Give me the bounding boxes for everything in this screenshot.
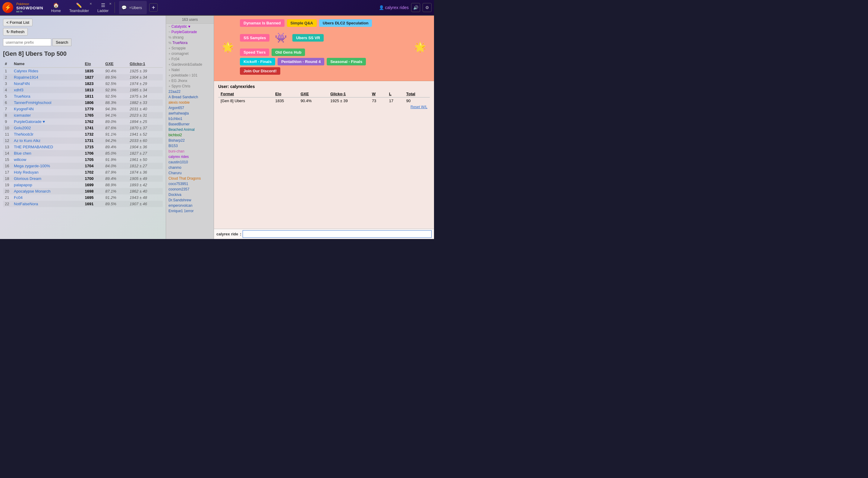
ubers-dlc2-banner[interactable]: Ubers DLC2 Speculation <box>319 19 372 27</box>
user-item[interactable]: Bl153 <box>166 143 214 149</box>
username-link[interactable]: 👤 calyrex rides <box>379 5 409 10</box>
user-item[interactable]: % shrang <box>166 35 214 40</box>
user-item[interactable]: Cloud That Dragons <box>166 176 214 181</box>
ladder-close-icon[interactable]: ✕ <box>109 2 112 5</box>
name-cell[interactable]: Mega zygarde-100% <box>12 163 83 169</box>
name-cell[interactable]: Holy Reduyan <box>12 169 83 176</box>
elo-cell: 1706 <box>83 150 103 156</box>
user-item[interactable]: coonom2357 <box>166 187 214 192</box>
name-cell[interactable]: Ropalme1914 <box>12 74 83 81</box>
name-cell[interactable]: NotFalseNora <box>12 201 83 207</box>
user-item[interactable]: + Fc04 <box>166 56 214 62</box>
name-cell[interactable]: Az to Kuro Alkz <box>12 137 83 144</box>
name-cell[interactable]: Calyrex Rides <box>12 67 83 74</box>
user-item[interactable]: + cromagnet <box>166 51 214 56</box>
user-item[interactable]: A Bread Sandwich <box>166 94 214 100</box>
name-cell[interactable]: TrueNora <box>12 93 83 99</box>
add-tab-button[interactable]: + <box>149 3 158 12</box>
user-item[interactable]: buni-chan <box>166 149 214 154</box>
name-cell[interactable]: Glorious Dream <box>12 176 83 182</box>
name-cell[interactable]: TheNoob3r <box>12 131 83 137</box>
user-item[interactable]: Argon657 <box>166 105 214 110</box>
stats-elo-header[interactable]: Elo <box>273 91 298 97</box>
gxe-header[interactable]: GXE <box>103 60 128 67</box>
teambuilder-close-icon[interactable]: ✕ <box>90 2 92 5</box>
user-item[interactable]: + Nalei <box>166 67 214 73</box>
name-cell[interactable]: PurpleGatorade ♥ <box>12 119 83 125</box>
name-cell[interactable]: NoraF4N <box>12 81 83 87</box>
dynamax-banner[interactable]: Dynamax Is Banned <box>240 19 284 27</box>
ladder-button[interactable]: ☰ Ladder ✕ <box>93 1 113 14</box>
user-item[interactable]: Charuru <box>166 170 214 176</box>
user-item[interactable]: % TrueNora <box>166 40 214 45</box>
stats-total-header[interactable]: Total <box>404 91 430 97</box>
user-item[interactable]: coco753951 <box>166 181 214 187</box>
user-item[interactable]: ~ PurpleGatorade <box>166 29 214 35</box>
user-item[interactable]: ~ Catalystic ♥ <box>166 24 214 29</box>
name-cell[interactable]: TannerFrmHghschool <box>12 99 83 106</box>
user-item[interactable]: + Spyro Chris <box>166 84 214 89</box>
user-item[interactable]: BasedBurner <box>166 122 214 127</box>
search-button[interactable]: Search <box>53 39 71 46</box>
rank-cell: 5 <box>3 93 12 99</box>
discord-banner[interactable]: Join Our Discord! <box>240 67 280 75</box>
stats-l-header[interactable]: L <box>387 91 404 97</box>
user-item[interactable]: b1chbo1 <box>166 116 214 122</box>
search-input[interactable] <box>3 39 51 46</box>
format-list-button[interactable]: < Format List <box>3 19 33 26</box>
speed-tiers-banner[interactable]: Speed Tiers <box>240 49 269 56</box>
user-item[interactable]: + pokeblade☆101 <box>166 73 214 78</box>
name-cell[interactable]: Blue chen <box>12 150 83 156</box>
user-item[interactable]: Bisharp22 <box>166 138 214 143</box>
user-item[interactable]: + Scrappie <box>166 45 214 51</box>
name-cell[interactable]: Golu2002 <box>12 125 83 131</box>
kickoff-banner[interactable]: Kickoff - Finals <box>240 58 275 65</box>
elo-cell: 1806 <box>83 99 103 106</box>
name-cell[interactable]: icemaster <box>12 112 83 119</box>
user-item[interactable]: bichboi2 <box>166 132 214 138</box>
stats-glicko-header[interactable]: Glicko-1 <box>328 91 370 97</box>
volume-button[interactable]: 🔊 <box>411 3 420 12</box>
user-item[interactable]: emperorvolcan <box>166 203 214 208</box>
user-item[interactable]: + EG Jhonx <box>166 78 214 84</box>
name-cell[interactable]: Apocalypse Monarch <box>12 188 83 194</box>
chat-input[interactable] <box>243 230 432 238</box>
name-cell[interactable]: xdhf3 <box>12 87 83 93</box>
home-button[interactable]: 🏠 Home <box>47 1 65 14</box>
teambuilder-button[interactable]: ✏️ Teambuilder ✕ <box>65 1 93 14</box>
stats-gxe-header[interactable]: GXE <box>298 91 328 97</box>
tab-close-icon[interactable]: ✕ <box>129 6 131 9</box>
ss-samples-banner[interactable]: SS Samples <box>240 34 270 41</box>
seasonal-banner[interactable]: Seasonal - Finals <box>327 58 366 65</box>
user-item[interactable]: chanmo <box>166 165 214 170</box>
user-item[interactable]: + Gardevoir&Gallade <box>166 62 214 67</box>
gxe-cell: 94.3% <box>103 106 128 112</box>
user-item[interactable]: awrhahwajta <box>166 110 214 116</box>
elo-header[interactable]: Elo <box>83 60 103 67</box>
user-item[interactable]: Beached Animal <box>166 127 214 132</box>
user-item[interactable]: Enrique1 1error <box>166 208 214 214</box>
room-header: 🌟 Dynamax Is Banned Simple Q&A Ubers DLC… <box>214 16 434 81</box>
user-item[interactable]: 22aa22 <box>166 89 214 94</box>
user-item[interactable]: calyrex rides <box>166 154 214 159</box>
name-cell[interactable]: willcow <box>12 156 83 163</box>
settings-button[interactable]: ⚙ <box>423 3 432 12</box>
stats-format-header[interactable]: Format <box>218 91 273 97</box>
refresh-button[interactable]: ↻ Refresh <box>3 28 28 36</box>
glicko-header[interactable]: Glicko-1 <box>128 60 163 67</box>
user-item[interactable]: Dr.Sandshrew <box>166 197 214 203</box>
name-cell[interactable]: KyogreF4N <box>12 106 83 112</box>
user-item[interactable]: Dockiva <box>166 192 214 197</box>
old-gens-banner[interactable]: Old Gens Hub <box>272 49 305 56</box>
ubers-ss-vr-banner[interactable]: Ubers SS VR <box>292 34 323 41</box>
name-cell[interactable]: THE PERMABANNED <box>12 144 83 150</box>
ladder-row: 18 Glorious Dream 1700 89.4% 1905 ± 49 <box>3 176 163 182</box>
stats-w-header[interactable]: W <box>370 91 387 97</box>
reset-wl-link[interactable]: Reset W/L <box>218 104 430 110</box>
simple-qa-banner[interactable]: Simple Q&A <box>287 19 317 27</box>
user-item[interactable]: caustin1010 <box>166 159 214 165</box>
user-item[interactable]: alexis noobie <box>166 100 214 105</box>
name-cell[interactable]: Fc04 <box>12 194 83 201</box>
name-cell[interactable]: palapapop <box>12 182 83 188</box>
pentathlon-banner[interactable]: Pentathlon - Round 4 <box>278 58 324 65</box>
